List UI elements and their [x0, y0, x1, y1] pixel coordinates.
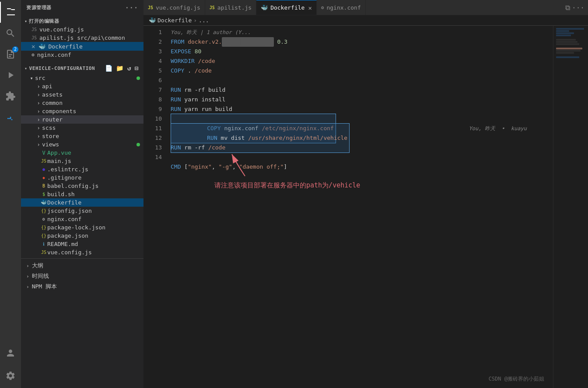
open-editors-label: 打开的编辑器 [29, 18, 59, 24]
more-actions-button[interactable]: ··· [572, 3, 584, 12]
sidebar-more-button[interactable]: ··· [125, 3, 138, 12]
editor-area: JS vue.config.js JS apilist.js 🐳 Dockerf… [144, 0, 588, 388]
tree-router[interactable]: › router [21, 115, 144, 124]
outline-arrow: › [26, 263, 29, 269]
tab-label: vue.config.js [156, 4, 200, 11]
tab-bar: JS vue.config.js JS apilist.js 🐳 Dockerf… [144, 0, 588, 15]
open-editor-label: vue.config.js [39, 26, 84, 33]
activity-bar-run[interactable] [0, 65, 21, 86]
tab-label: nginx.conf [326, 4, 360, 11]
npm-section[interactable]: › NPM 脚本 [21, 281, 144, 292]
tab-label: apilist.js [217, 4, 252, 11]
tree-build-sh[interactable]: $ build.sh [21, 190, 144, 198]
tree-assets[interactable]: › assets [21, 90, 144, 99]
editor-content: 1 2 3 4 5 6 7 8 9 10 11 12 13 14 You, 昨天… [144, 26, 588, 388]
tree-dockerfile[interactable]: 🐳 Dockerfile [21, 198, 144, 207]
open-editor-apilist[interactable]: JS apilist.js src/api\common [21, 34, 144, 42]
tree-src[interactable]: ▾ src [21, 74, 144, 82]
tree-readme[interactable]: ℹ README.md [21, 240, 144, 248]
activity-bar-source-control[interactable]: 2 [0, 44, 21, 65]
split-editor-button[interactable]: ⧉ [565, 3, 570, 12]
open-editor-label: nginx.conf [37, 52, 71, 58]
open-editor-dockerfile[interactable]: ✕ 🐳 Dockerfile [21, 42, 144, 51]
code-line-1[interactable]: FROM docker.v2.██████████ 0.3 [171, 37, 553, 47]
open-editors-header[interactable]: ▾ 打开的编辑器 [21, 17, 144, 25]
code-line-5[interactable] [171, 76, 553, 85]
activity-bar-docker[interactable] [0, 110, 21, 131]
code-line-8[interactable]: RUN yarn run build [171, 104, 553, 114]
tree-label-views: views [42, 141, 59, 148]
code-editor[interactable]: You, 昨天 | 1 author (Y... FROM docker.v2.… [165, 26, 553, 388]
tree-gitignore[interactable]: ◆ .gitignore [21, 173, 144, 182]
activity-bar-files[interactable] [0, 2, 21, 23]
minimap [553, 26, 588, 388]
timeline-section[interactable]: › 时间线 [21, 271, 144, 281]
tree-nginx[interactable]: ⚙ nginx.conf [21, 215, 144, 223]
git-blame-line10: You, 昨天 • kuayu [469, 124, 527, 133]
tree-label-api: api [42, 83, 52, 90]
code-line-2[interactable]: EXPOSE 80 [171, 47, 553, 56]
activity-bar-settings[interactable] [0, 365, 21, 386]
tree-app-vue[interactable]: V App.vue [21, 149, 144, 157]
activity-bar-account[interactable] [0, 343, 21, 364]
breadcrumb: 🐳 Dockerfile › ... [144, 15, 588, 26]
tree-label-readme: README.md [47, 241, 78, 247]
sidebar-title: 资源管理器 [26, 4, 52, 11]
activity-bar: 2 [0, 0, 21, 388]
code-line-11[interactable]: RUN mv dist /usr/share/nginx/html/vehicl… [171, 133, 553, 143]
tree-label-scss: scss [42, 125, 56, 131]
open-editor-vue-config[interactable]: JS vue.config.js [21, 25, 144, 34]
tree-api[interactable]: › api [21, 82, 144, 90]
tree-components[interactable]: › components [21, 107, 144, 115]
tree-label-package-lock: package-lock.json [47, 224, 105, 231]
tree-eslint[interactable]: ● .eslintrc.js [21, 165, 144, 173]
outline-section[interactable]: › 大纲 [21, 260, 144, 271]
open-editors-section: ▾ 打开的编辑器 JS vue.config.js JS apilist.js … [21, 15, 144, 61]
tab-dockerfile[interactable]: 🐳 Dockerfile ✕ [256, 0, 317, 15]
annotation-arrow [228, 150, 262, 180]
source-control-badge: 2 [12, 46, 18, 52]
tree-babel[interactable]: B babel.config.js [21, 182, 144, 190]
tree-jsconfig[interactable]: {} jsconfig.json [21, 207, 144, 215]
code-line-6[interactable]: RUN rm -rf build [171, 85, 553, 95]
tree-package-lock[interactable]: {} package-lock.json [21, 223, 144, 232]
open-editor-label: Dockerfile [48, 43, 82, 50]
folder-title[interactable]: ▾ VEHICLE-CONFIGURATION 📄 📁 ↺ ⊟ [21, 62, 144, 74]
collapse-button[interactable]: ⊟ [133, 64, 140, 72]
tree-store[interactable]: › store [21, 132, 144, 140]
close-icon[interactable]: ✕ [32, 43, 35, 50]
new-file-button[interactable]: 📄 [104, 64, 114, 72]
new-folder-button[interactable]: 📁 [115, 64, 125, 72]
outline-label: 大纲 [32, 262, 43, 270]
breadcrumb-ellipsis: ... [199, 17, 209, 24]
tree-main-js[interactable]: JS main.js [21, 157, 144, 165]
tree-label-dockerfile: Dockerfile [47, 199, 81, 206]
tab-vue-config[interactable]: JS vue.config.js [144, 0, 205, 15]
sidebar: 资源管理器 ··· ▾ 打开的编辑器 JS vue.config.js JS a… [21, 0, 144, 388]
open-editor-nginx[interactable]: ⚙ nginx.conf [21, 51, 144, 59]
code-line-7[interactable]: RUN yarn install [171, 95, 553, 104]
tree-label-build-sh: build.sh [47, 191, 75, 197]
tree-common[interactable]: › common [21, 99, 144, 107]
tree-vue-config[interactable]: JS vue.config.js [21, 248, 144, 256]
annotation-text: 请注意该项目部署在服务器中的path为/vehicle [214, 181, 360, 189]
timeline-arrow: › [26, 274, 29, 279]
tree-label-assets: assets [42, 91, 63, 98]
tree-views[interactable]: › views [21, 140, 144, 149]
code-line-3[interactable]: WORKDIR /code [171, 56, 553, 66]
refresh-button[interactable]: ↺ [126, 64, 133, 72]
tab-label: Dockerfile [270, 4, 304, 11]
tab-nginx[interactable]: ⚙ nginx.conf [317, 0, 366, 15]
tree-label-babel: babel.config.js [47, 183, 98, 189]
line-numbers: 1 2 3 4 5 6 7 8 9 10 11 12 13 14 [144, 26, 165, 388]
activity-bar-search[interactable] [0, 23, 21, 44]
activity-bar-extensions[interactable] [0, 86, 21, 107]
tree-scss[interactable]: › scss [21, 124, 144, 132]
folder-actions: 📄 📁 ↺ ⊟ [104, 64, 140, 72]
csdn-watermark: CSDN @搬砖界的小茹姐 [489, 374, 544, 384]
tab-close-button[interactable]: ✕ [308, 4, 312, 11]
code-line-4[interactable]: COPY . /code [171, 66, 553, 76]
tab-apilist[interactable]: JS apilist.js [205, 0, 256, 15]
tree-package-json[interactable]: {} package.json [21, 232, 144, 240]
tree-label-app-vue: App.vue [47, 149, 71, 156]
